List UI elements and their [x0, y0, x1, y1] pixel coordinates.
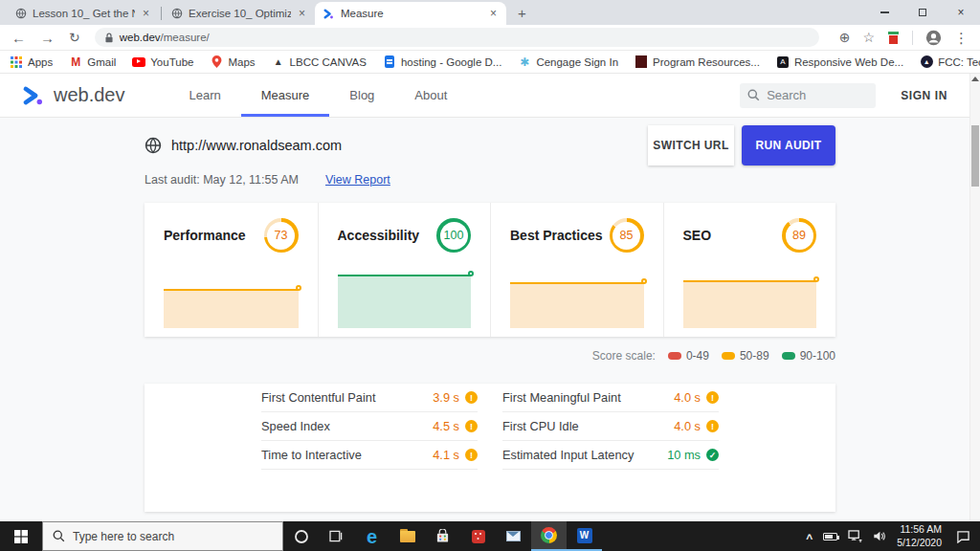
switch-url-button[interactable]: SWITCH URL — [648, 125, 734, 165]
battery-icon[interactable] — [823, 533, 837, 540]
edge-button[interactable]: e — [354, 521, 390, 551]
gift-app-icon — [472, 530, 485, 543]
profile-avatar[interactable] — [925, 30, 942, 46]
chrome-icon — [541, 527, 557, 543]
bookmark-responsive-web[interactable]: A Responsive Web De... — [776, 55, 903, 69]
maps-pin-icon — [210, 55, 223, 69]
nav-about[interactable]: About — [394, 74, 467, 117]
start-button[interactable] — [0, 521, 42, 551]
bookmark-youtube[interactable]: YouTube — [132, 55, 193, 69]
network-icon[interactable] — [848, 530, 862, 542]
lock-icon[interactable] — [104, 33, 114, 43]
warn-icon: ! — [706, 420, 719, 432]
orange-pill-icon — [722, 352, 735, 360]
volume-icon[interactable] — [873, 530, 886, 542]
scrollbar-thumb[interactable] — [971, 125, 979, 187]
metric-first-cpu-idle: First CPU Idle 4.0 s ! — [502, 412, 719, 441]
back-button[interactable]: ← — [11, 31, 26, 45]
address-bar[interactable]: web.dev/measure/ — [95, 28, 819, 47]
last-audit-row: Last audit: May 12, 11:55 AM View Report — [145, 173, 835, 187]
windows-logo-icon — [14, 530, 28, 543]
apps-grid-icon — [10, 55, 23, 69]
window-controls: × — [865, 0, 980, 25]
site-search[interactable] — [740, 83, 876, 108]
bookmark-gmail[interactable]: M Gmail — [69, 55, 116, 69]
microsoft-store-button[interactable] — [425, 521, 460, 551]
word-taskbar-button[interactable]: W — [567, 521, 602, 551]
green-pill-icon — [782, 352, 795, 360]
minimize-button[interactable] — [865, 0, 903, 25]
scrollbar-up-arrow[interactable] — [971, 77, 979, 81]
browser-menu-icon[interactable]: ⋮ — [954, 31, 969, 45]
reload-button[interactable]: ↻ — [69, 30, 80, 45]
bookmark-program-resources[interactable]: Program Resources... — [635, 55, 760, 69]
cortana-button[interactable] — [283, 521, 319, 551]
bookmark-maps[interactable]: Maps — [210, 55, 255, 69]
tab-measure-active[interactable]: Measure × — [315, 2, 506, 25]
best-practices-sparkline — [510, 273, 644, 328]
sign-in-button[interactable]: SIGN IN — [901, 89, 947, 102]
webdev-logo-icon — [21, 83, 46, 108]
last-audit-text: Last audit: May 12, 11:55 AM — [145, 173, 299, 187]
close-tab-icon[interactable]: × — [297, 7, 307, 20]
bookmark-hosting[interactable]: hosting - Google D... — [383, 55, 501, 69]
run-audit-button[interactable]: RUN AUDIT — [742, 125, 835, 165]
browser-tab-strip: Lesson 10_ Get the Need... for Sp × Exer… — [0, 0, 980, 25]
extension-icon[interactable] — [887, 32, 900, 44]
tab-exercise-10[interactable]: Exercise 10_ Optimize Your Site.p × — [164, 2, 315, 25]
search-icon — [747, 89, 760, 101]
globe-favicon-icon — [15, 8, 27, 19]
taskbar-search[interactable] — [42, 521, 283, 551]
measure-page-content: http://www.ronaldseam.com SWITCH URL RUN… — [0, 118, 980, 521]
tab-title: Exercise 10_ Optimize Your Site.p — [189, 8, 291, 19]
score-card-performance: Performance 73 — [145, 203, 318, 337]
bookmark-lbcc-canvas[interactable]: ▲ LBCC CANVAS — [272, 55, 367, 69]
taskbar-clock[interactable]: 11:56 AM 5/12/2020 — [897, 523, 942, 549]
accessibility-sparkline — [338, 273, 472, 328]
webdev-logo[interactable]: web.dev — [21, 83, 125, 108]
cortana-icon — [294, 529, 309, 544]
mail-button[interactable] — [496, 521, 531, 551]
view-report-link[interactable]: View Report — [325, 173, 390, 187]
seo-sparkline — [683, 273, 817, 328]
close-tab-icon[interactable]: × — [488, 7, 499, 20]
program-resources-icon — [635, 55, 648, 69]
taskbar-search-input[interactable] — [73, 530, 245, 543]
tab-lesson-10[interactable]: Lesson 10_ Get the Need... for Sp × — [8, 2, 159, 25]
page-scrollbar[interactable] — [969, 74, 980, 521]
file-explorer-icon — [400, 531, 415, 542]
close-tab-icon[interactable]: × — [141, 7, 151, 20]
red-pill-icon — [668, 352, 681, 360]
accessibility-gauge: 100 — [436, 218, 471, 253]
site-nav: Learn Measure Blog About — [169, 74, 468, 117]
nav-learn[interactable]: Learn — [169, 74, 241, 117]
bookmark-apps[interactable]: Apps — [10, 55, 53, 69]
file-explorer-button[interactable] — [390, 521, 425, 551]
new-tab-button[interactable]: + — [518, 5, 526, 21]
tab-title: Lesson 10_ Get the Need... for Sp — [33, 8, 135, 19]
site-search-input[interactable] — [767, 88, 862, 102]
task-view-button[interactable] — [319, 521, 354, 551]
zoom-page-icon[interactable]: ⊕ — [839, 31, 851, 44]
gmail-icon: M — [69, 55, 82, 69]
bookmark-star-icon[interactable]: ☆ — [862, 31, 875, 44]
audited-url: http://www.ronaldseam.com — [171, 138, 342, 153]
nav-blog[interactable]: Blog — [329, 74, 394, 117]
score-panel: Performance 73 Accessibility 100 — [145, 203, 835, 337]
action-center-icon[interactable] — [956, 530, 970, 543]
close-window-button[interactable]: × — [942, 0, 980, 25]
chrome-taskbar-button[interactable] — [531, 521, 567, 551]
bookmark-cengage[interactable]: ✱ Cengage Sign In — [518, 55, 618, 69]
performance-sparkline — [164, 273, 299, 328]
globe-icon — [145, 137, 162, 154]
nav-measure[interactable]: Measure — [241, 74, 330, 117]
gift-app-button[interactable] — [460, 521, 496, 551]
score-card-best-practices: Best Practices 85 — [490, 203, 663, 337]
metric-first-meaningful-paint: First Meaningful Paint 4.0 s ! — [502, 384, 719, 412]
bookmark-fcc[interactable]: ▲ FCC: Technical Doc... — [920, 55, 980, 69]
warn-icon: ! — [465, 391, 478, 404]
best-practices-gauge: 85 — [610, 218, 644, 253]
restore-button[interactable] — [903, 0, 942, 25]
forward-button[interactable]: → — [40, 31, 55, 45]
tray-expand-chevron-icon[interactable]: ^ — [806, 532, 813, 545]
